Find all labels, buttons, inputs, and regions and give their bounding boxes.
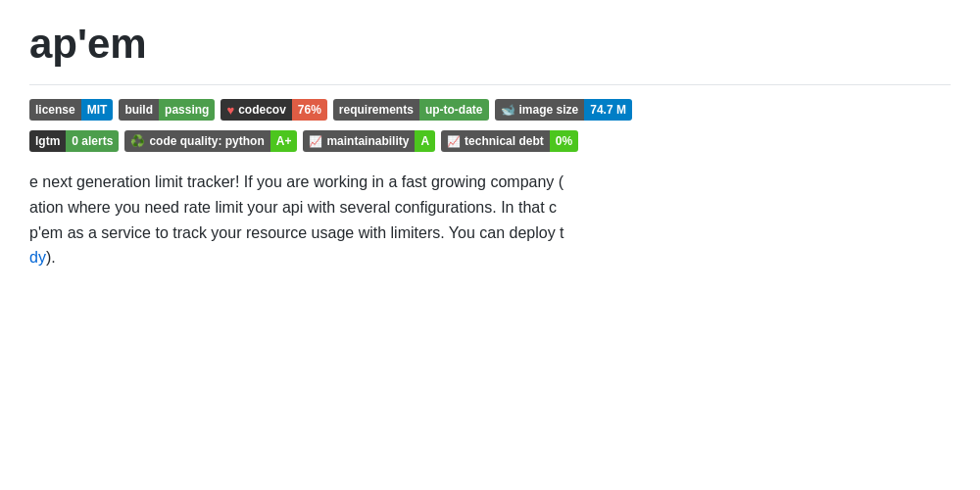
badge-build[interactable]: build passing [119, 99, 215, 121]
badge-requirements[interactable]: requirements up-to-date [333, 99, 489, 121]
code-quality-icon: ♻️ [130, 134, 145, 148]
divider-1 [29, 84, 951, 85]
description: e next generation limit tracker! If you … [29, 170, 951, 270]
docker-icon: 🐋 [501, 103, 515, 117]
description-link[interactable]: dy [29, 249, 46, 266]
badges-row-2: lgtm 0 alerts ♻️code quality: python A+ … [29, 130, 951, 152]
technical-debt-icon: 📈 [447, 135, 461, 148]
badges-row-1: license MIT build passing ♥codecov 76% r… [29, 99, 951, 121]
badge-technical-debt[interactable]: 📈technical debt 0% [441, 130, 578, 152]
badge-code-quality[interactable]: ♻️code quality: python A+ [124, 130, 297, 152]
badge-codecov[interactable]: ♥codecov 76% [220, 99, 326, 121]
badge-license[interactable]: license MIT [29, 99, 113, 121]
badge-lgtm[interactable]: lgtm 0 alerts [29, 130, 119, 152]
page-title: ap'em [29, 20, 951, 69]
codecov-icon: ♥ [226, 103, 234, 118]
badge-maintainability[interactable]: 📈maintainability A [303, 130, 435, 152]
badge-image-size[interactable]: 🐋image size 74.7 M [495, 99, 632, 121]
maintainability-icon: 📈 [309, 135, 322, 148]
